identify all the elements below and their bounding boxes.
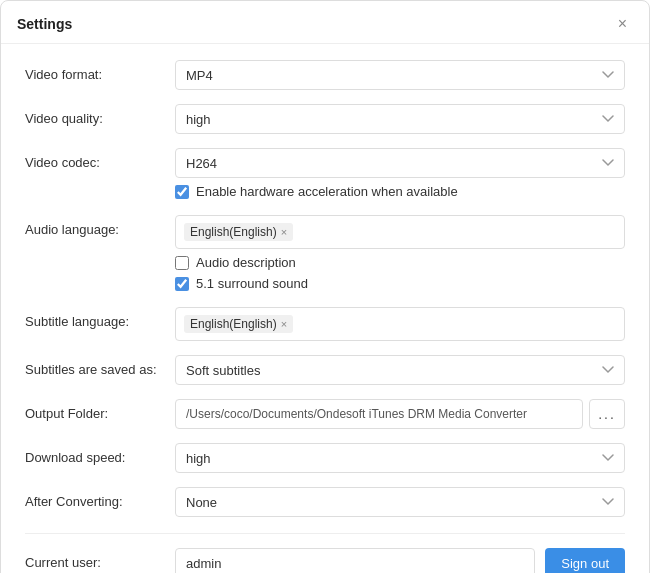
after-converting-label: After Converting: xyxy=(25,487,175,509)
section-divider xyxy=(25,533,625,534)
hw-acceleration-row: Enable hardware acceleration when availa… xyxy=(175,184,625,199)
title-bar: Settings × xyxy=(1,1,649,44)
video-format-select[interactable]: MP4 MOV MKV AVI xyxy=(175,60,625,90)
video-format-label: Video format: xyxy=(25,60,175,82)
audio-language-tag-input[interactable]: English(English) × xyxy=(175,215,625,249)
hw-acceleration-label[interactable]: Enable hardware acceleration when availa… xyxy=(196,184,458,199)
video-codec-label: Video codec: xyxy=(25,148,175,170)
audio-language-tag: English(English) × xyxy=(184,223,293,241)
current-user-label: Current user: xyxy=(25,548,175,570)
output-folder-label: Output Folder: xyxy=(25,399,175,421)
video-quality-select[interactable]: high medium low xyxy=(175,104,625,134)
subtitle-language-row: Subtitle language: English(English) × xyxy=(25,307,625,341)
video-format-control: MP4 MOV MKV AVI xyxy=(175,60,625,90)
audio-language-row: Audio language: English(English) × Audio… xyxy=(25,215,625,293)
audio-description-label[interactable]: Audio description xyxy=(196,255,296,270)
hw-acceleration-checkbox[interactable] xyxy=(175,185,189,199)
video-quality-control: high medium low xyxy=(175,104,625,134)
audio-description-checkbox[interactable] xyxy=(175,256,189,270)
subtitles-saved-as-control: Soft subtitles Hard subtitles None xyxy=(175,355,625,385)
subtitle-language-tag-remove[interactable]: × xyxy=(281,318,287,330)
download-speed-control: high medium low xyxy=(175,443,625,473)
close-button[interactable]: × xyxy=(612,13,633,35)
current-user-input-row: Sign out xyxy=(175,548,625,573)
surround-sound-label[interactable]: 5.1 surround sound xyxy=(196,276,308,291)
video-quality-row: Video quality: high medium low xyxy=(25,104,625,134)
after-converting-control: None Open folder Shutdown xyxy=(175,487,625,517)
sign-out-button[interactable]: Sign out xyxy=(545,548,625,573)
audio-language-control: English(English) × Audio description 5.1… xyxy=(175,215,625,293)
settings-window: Settings × Video format: MP4 MOV MKV AVI… xyxy=(0,0,650,573)
output-folder-wrap: ... xyxy=(175,399,625,429)
subtitles-saved-as-row: Subtitles are saved as: Soft subtitles H… xyxy=(25,355,625,385)
subtitles-saved-as-label: Subtitles are saved as: xyxy=(25,355,175,377)
video-quality-label: Video quality: xyxy=(25,104,175,126)
audio-language-label: Audio language: xyxy=(25,215,175,237)
subtitle-language-tag: English(English) × xyxy=(184,315,293,333)
current-user-row: Current user: Sign out xyxy=(25,548,625,573)
subtitle-language-tag-input[interactable]: English(English) × xyxy=(175,307,625,341)
audio-language-tag-remove[interactable]: × xyxy=(281,226,287,238)
output-folder-control: ... xyxy=(175,399,625,429)
current-user-control: Sign out xyxy=(175,548,625,573)
video-codec-row: Video codec: H264 H265 VP9 Enable hardwa… xyxy=(25,148,625,201)
subtitle-language-label: Subtitle language: xyxy=(25,307,175,329)
output-folder-row: Output Folder: ... xyxy=(25,399,625,429)
surround-sound-checkbox[interactable] xyxy=(175,277,189,291)
video-codec-select[interactable]: H264 H265 VP9 xyxy=(175,148,625,178)
after-converting-select[interactable]: None Open folder Shutdown xyxy=(175,487,625,517)
download-speed-row: Download speed: high medium low xyxy=(25,443,625,473)
audio-description-row: Audio description xyxy=(175,255,625,270)
surround-sound-row: 5.1 surround sound xyxy=(175,276,625,291)
after-converting-row: After Converting: None Open folder Shutd… xyxy=(25,487,625,517)
output-folder-browse-button[interactable]: ... xyxy=(589,399,625,429)
settings-content: Video format: MP4 MOV MKV AVI Video qual… xyxy=(1,44,649,573)
download-speed-select[interactable]: high medium low xyxy=(175,443,625,473)
output-folder-input[interactable] xyxy=(175,399,583,429)
download-speed-label: Download speed: xyxy=(25,443,175,465)
window-title: Settings xyxy=(17,16,72,32)
subtitles-saved-as-select[interactable]: Soft subtitles Hard subtitles None xyxy=(175,355,625,385)
current-user-input[interactable] xyxy=(175,548,535,573)
subtitle-language-control: English(English) × xyxy=(175,307,625,341)
video-codec-control: H264 H265 VP9 Enable hardware accelerati… xyxy=(175,148,625,201)
video-format-row: Video format: MP4 MOV MKV AVI xyxy=(25,60,625,90)
